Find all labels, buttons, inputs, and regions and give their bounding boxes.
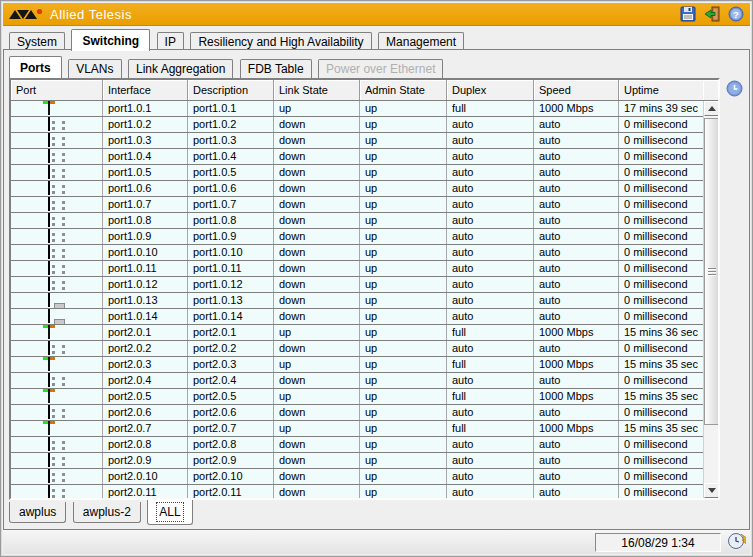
speed-cell: auto (534, 405, 619, 420)
speed-cell: auto (534, 437, 619, 452)
port-status-icon (48, 277, 50, 291)
stack-tab-all[interactable]: ALL (147, 500, 192, 525)
admin-state-cell: up (360, 309, 447, 324)
uptime-cell: 17 mins 39 sec (619, 101, 703, 116)
table-row[interactable]: port1.0.13 port1.0.13 down up auto auto … (11, 293, 703, 309)
column-header-duplex[interactable]: Duplex (447, 80, 534, 100)
duplex-cell: auto (447, 277, 534, 292)
admin-state-cell: up (360, 117, 447, 132)
scroll-up-button[interactable] (704, 101, 718, 116)
interface-cell: port2.0.8 (103, 437, 188, 452)
duplex-cell: auto (447, 437, 534, 452)
table-row[interactable]: port1.0.14 port1.0.14 down up auto auto … (11, 309, 703, 325)
uptime-cell: 0 millisecond (619, 469, 703, 484)
table-row[interactable]: port2.0.10 port2.0.10 down up auto auto … (11, 469, 703, 485)
table-row[interactable]: port1.0.11 port1.0.11 down up auto auto … (11, 261, 703, 277)
admin-state-cell: up (360, 469, 447, 484)
column-header-port[interactable]: Port (11, 80, 103, 100)
tab-link-aggregation[interactable]: Link Aggregation (128, 59, 233, 78)
description-cell: port1.0.1 (188, 101, 274, 116)
help-icon[interactable]: ? (727, 6, 744, 23)
description-cell: port2.0.11 (188, 485, 274, 498)
table-scrollbar[interactable] (703, 101, 718, 498)
interface-cell: port1.0.8 (103, 213, 188, 228)
table-row[interactable]: port2.0.1 port2.0.1 up up full 1000 Mbps… (11, 325, 703, 341)
port-cell (11, 293, 103, 308)
interface-cell: port2.0.9 (103, 453, 188, 468)
link-state-cell: down (274, 309, 360, 324)
link-state-cell: down (274, 165, 360, 180)
scroll-down-button[interactable] (704, 483, 718, 498)
interface-cell: port1.0.10 (103, 245, 188, 260)
stack-tab-awplus-2[interactable]: awplus-2 (73, 502, 141, 523)
table-row[interactable]: port1.0.8 port1.0.8 down up auto auto 0 … (11, 213, 703, 229)
refresh-clock-icon[interactable] (727, 531, 746, 554)
table-row[interactable]: port2.0.9 port2.0.9 down up auto auto 0 … (11, 453, 703, 469)
port-status-icon (48, 309, 50, 323)
column-header-link-state[interactable]: Link State (274, 80, 360, 100)
table-row[interactable]: port2.0.8 port2.0.8 down up auto auto 0 … (11, 437, 703, 453)
column-header-description[interactable]: Description (188, 80, 274, 100)
port-status-icon (48, 197, 50, 211)
description-cell: port2.0.5 (188, 389, 274, 404)
column-header-admin-state[interactable]: Admin State (360, 80, 447, 100)
table-row[interactable]: port1.0.12 port1.0.12 down up auto auto … (11, 277, 703, 293)
speed-cell: auto (534, 277, 619, 292)
column-header-uptime[interactable]: Uptime (619, 80, 703, 100)
duplex-cell: auto (447, 341, 534, 356)
port-status-icon (48, 485, 50, 498)
table-row[interactable]: port2.0.7 port2.0.7 up up full 1000 Mbps… (11, 421, 703, 437)
port-cell (11, 277, 103, 292)
port-cell (11, 261, 103, 276)
duplex-cell: auto (447, 469, 534, 484)
duplex-cell: full (447, 421, 534, 436)
link-state-cell: down (274, 261, 360, 276)
link-state-cell: up (274, 325, 360, 340)
table-row[interactable]: port2.0.2 port2.0.2 down up auto auto 0 … (11, 341, 703, 357)
table-row[interactable]: port2.0.5 port2.0.5 up up full 1000 Mbps… (11, 389, 703, 405)
port-cell (11, 357, 103, 372)
table-row[interactable]: port2.0.11 port2.0.11 down up auto auto … (11, 485, 703, 498)
tab-fdb-table[interactable]: FDB Table (240, 59, 312, 78)
allied-telesis-logo-icon (9, 8, 43, 21)
column-header-speed[interactable]: Speed (534, 80, 619, 100)
duplex-cell: auto (447, 261, 534, 276)
save-icon[interactable] (679, 6, 696, 23)
tab-vlans[interactable]: VLANs (68, 59, 121, 78)
admin-state-cell: up (360, 277, 447, 292)
scrollbar-thumb[interactable] (704, 118, 718, 425)
stack-tab-awplus[interactable]: awplus (9, 502, 66, 523)
tab-ports[interactable]: Ports (9, 56, 62, 78)
table-row[interactable]: port2.0.6 port2.0.6 down up auto auto 0 … (11, 405, 703, 421)
table-row[interactable]: port1.0.1 port1.0.1 up up full 1000 Mbps… (11, 101, 703, 117)
column-header-interface[interactable]: Interface (103, 80, 188, 100)
table-row[interactable]: port1.0.9 port1.0.9 down up auto auto 0 … (11, 229, 703, 245)
table-row[interactable]: port1.0.4 port1.0.4 down up auto auto 0 … (11, 149, 703, 165)
table-row[interactable]: port1.0.7 port1.0.7 down up auto auto 0 … (11, 197, 703, 213)
table-row[interactable]: port1.0.2 port1.0.2 down up auto auto 0 … (11, 117, 703, 133)
logout-icon[interactable] (703, 6, 720, 23)
port-cell (11, 117, 103, 132)
table-header-row: Port Interface Description Link State Ad… (11, 80, 718, 101)
port-cell (11, 213, 103, 228)
table-row[interactable]: port1.0.5 port1.0.5 down up auto auto 0 … (11, 165, 703, 181)
description-cell: port2.0.9 (188, 453, 274, 468)
interface-cell: port1.0.1 (103, 101, 188, 116)
table-row[interactable]: port1.0.6 port1.0.6 down up auto auto 0 … (11, 181, 703, 197)
tab-switching[interactable]: Switching (71, 29, 150, 51)
interface-cell: port2.0.7 (103, 421, 188, 436)
description-cell: port1.0.12 (188, 277, 274, 292)
table-row[interactable]: port2.0.3 port2.0.3 up up full 1000 Mbps… (11, 357, 703, 373)
admin-state-cell: up (360, 373, 447, 388)
link-state-cell: down (274, 277, 360, 292)
table-row[interactable]: port1.0.10 port1.0.10 down up auto auto … (11, 245, 703, 261)
table-row[interactable]: port2.0.4 port2.0.4 down up auto auto 0 … (11, 373, 703, 389)
table-row[interactable]: port1.0.3 port1.0.3 down up auto auto 0 … (11, 133, 703, 149)
speed-cell: auto (534, 485, 619, 498)
refresh-timer-button[interactable] (726, 80, 743, 97)
port-status-icon (48, 181, 50, 195)
link-state-cell: down (274, 341, 360, 356)
tab-power-over-ethernet: Power over Ethernet (318, 59, 443, 78)
description-cell: port1.0.8 (188, 213, 274, 228)
uptime-cell: 0 millisecond (619, 117, 703, 132)
